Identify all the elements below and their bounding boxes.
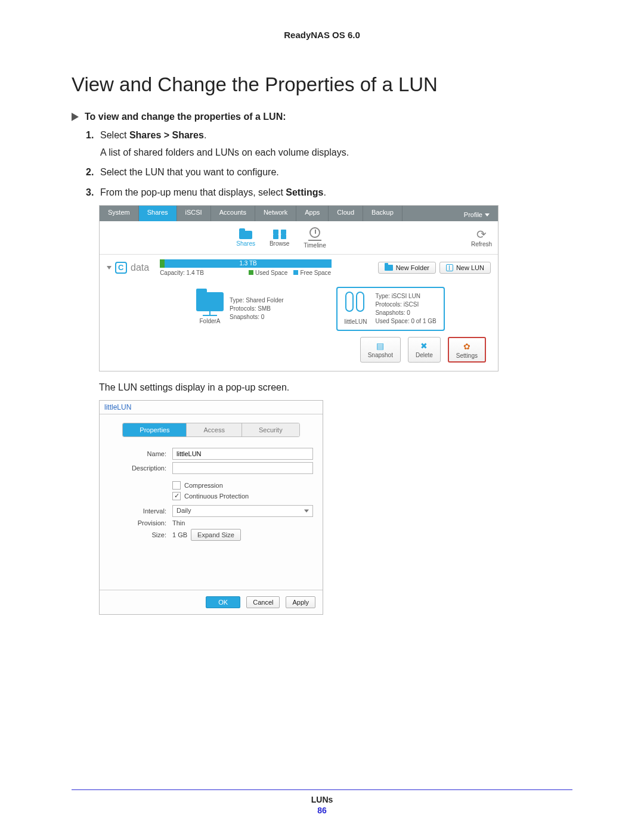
cancel-button[interactable]: Cancel [246, 596, 280, 608]
dialog-title: littleLUN [100, 401, 323, 414]
footer-section: LUNs [72, 795, 572, 804]
description-field[interactable] [172, 462, 313, 474]
refresh-icon: ⟳ [476, 229, 487, 240]
nav-cloud[interactable]: Cloud [329, 206, 363, 221]
provision-value: Thin [172, 519, 185, 527]
running-header: ReadyNAS OS 6.0 [72, 30, 572, 40]
nav-network[interactable]: Network [255, 206, 296, 221]
page-title: View and Change the Properties of a LUN [72, 73, 572, 96]
name-field[interactable] [172, 448, 313, 460]
tab-security[interactable]: Security [242, 423, 299, 436]
toolbar-refresh[interactable]: ⟳ Refresh [471, 229, 492, 247]
snapshot-icon: ▤ [376, 341, 385, 351]
continuous-protection-checkbox[interactable]: ✓ [172, 492, 181, 500]
screenshot-lun-settings-dialog: littleLUN Properties Access Security Nam… [99, 400, 323, 615]
nav-backup[interactable]: Backup [363, 206, 402, 221]
label-description: Description: [109, 465, 169, 472]
label-name: Name: [109, 450, 169, 457]
screenshot-shares-view: System Shares iSCSI Accounts Network App… [99, 205, 499, 371]
size-value: 1 GB [172, 531, 187, 538]
folder-icon [385, 265, 393, 271]
label-provision: Provision: [109, 519, 169, 527]
delete-button[interactable]: ✖Delete [408, 337, 441, 363]
nav-shares[interactable]: Shares [139, 206, 177, 221]
step-3: From the pop-up menu that displays, sele… [86, 185, 572, 199]
volume-name: data [131, 262, 149, 273]
nav-system[interactable]: System [100, 206, 139, 221]
label-compression: Compression [184, 482, 223, 489]
footer-page-number: 86 [72, 806, 572, 815]
label-interval: Interval: [109, 507, 169, 515]
lun-meta: Type: iSCSI LUN Protocols: iSCSI Snapsho… [375, 292, 436, 326]
expand-caret-icon[interactable] [107, 266, 112, 270]
nav-apps[interactable]: Apps [296, 206, 329, 221]
step-2: Select the LUN that you want to configur… [86, 165, 572, 179]
ok-button[interactable]: OK [206, 596, 240, 608]
toolbar-shares[interactable]: Shares [236, 229, 255, 247]
nav-accounts[interactable]: Accounts [211, 206, 255, 221]
tab-access[interactable]: Access [187, 423, 242, 436]
shared-folder-icon [196, 292, 224, 311]
new-folder-button[interactable]: New Folder [378, 262, 436, 274]
toolbar-browse[interactable]: Browse [270, 230, 289, 247]
toolbar-timeline[interactable]: Timeline [304, 227, 326, 249]
procedure-heading: To view and change the properties of a L… [85, 112, 286, 122]
grid-icon [273, 230, 286, 239]
delete-icon: ✖ [419, 341, 429, 351]
interval-select[interactable]: Daily [172, 505, 313, 517]
capacity-bar: 1.3 TB [160, 259, 332, 268]
capacity-legend: Used Space Free Space [249, 270, 331, 276]
volume-icon [115, 262, 127, 274]
gear-icon: ✿ [462, 342, 472, 351]
snapshot-button[interactable]: ▤Snapshot [360, 337, 401, 363]
capacity-label: Capacity: 1.4 TB [160, 270, 204, 276]
compression-checkbox[interactable] [172, 481, 181, 490]
expand-size-button[interactable]: Expand Size [191, 529, 241, 541]
new-lun-button[interactable]: New LUN [439, 262, 491, 274]
folder-meta: Type: Shared Folder Protocols: SMB Snaps… [230, 296, 284, 321]
nav-iscsi[interactable]: iSCSI [177, 206, 211, 221]
lun-icon [345, 292, 367, 315]
profile-menu[interactable]: Profile [456, 206, 498, 221]
lun-icon [446, 264, 453, 271]
apply-button[interactable]: Apply [286, 596, 315, 608]
mid-paragraph: The LUN settings display in a pop-up scr… [99, 382, 572, 393]
label-size: Size: [109, 531, 169, 538]
folder-item[interactable]: FolderA Type: Shared Folder Protocols: S… [196, 287, 284, 331]
main-nav: System Shares iSCSI Accounts Network App… [100, 206, 498, 221]
folder-icon [239, 231, 252, 239]
settings-button[interactable]: ✿Settings [448, 337, 486, 363]
step-1: Select Shares > Shares. A list of shared… [86, 128, 572, 159]
clock-icon [309, 227, 320, 238]
tab-properties[interactable]: Properties [123, 423, 187, 436]
label-continuous-protection: Continuous Protection [184, 493, 249, 500]
chevron-down-icon [304, 509, 309, 512]
chevron-down-icon [485, 213, 490, 216]
procedure-arrow-icon [72, 113, 79, 121]
dialog-tabs: Properties Access Security [122, 423, 299, 437]
lun-item-selected[interactable]: littleLUN Type: iSCSI LUN Protocols: iSC… [336, 287, 445, 331]
context-actions: ▤Snapshot ✖Delete ✿Settings [107, 337, 491, 363]
